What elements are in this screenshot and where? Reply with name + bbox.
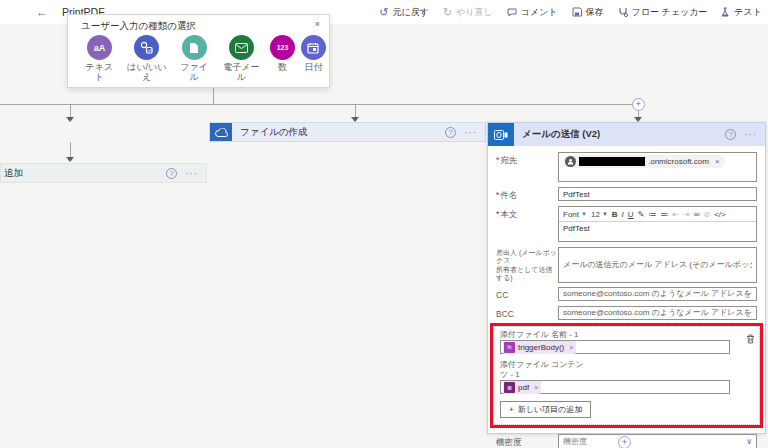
action-card-left-2[interactable]: 追加 ? ··· <box>0 163 207 183</box>
back-arrow-icon[interactable]: ← <box>36 5 48 19</box>
add-new-item-button[interactable]: + 新しい項目の追加 <box>500 401 591 418</box>
delete-attachment-icon[interactable] <box>746 330 755 348</box>
comment-button[interactable]: コメント <box>507 6 558 19</box>
connector-stem-middle <box>355 104 356 117</box>
action-card-create-file[interactable]: ファイルの作成 ? ··· <box>209 122 486 142</box>
attachment-content-label: 添付ファイル コンテン ツ - 1 <box>500 360 753 379</box>
comment-icon <box>507 8 517 17</box>
sensitivity-dropdown[interactable]: 機密度 ∨ <box>558 434 757 448</box>
bullet-list-icon[interactable]: ≔ <box>648 210 656 219</box>
flow-checker-button[interactable]: フロー チェッカー <box>618 6 708 19</box>
bold-button[interactable]: B <box>612 210 618 219</box>
test-icon <box>721 7 730 17</box>
field-row-body: *本文 Font▼ 12▼ B I U ✎ ≔ ≕ ⇤ ⇥ ∞ ⊘ </> <box>496 206 757 242</box>
connector-stem-card1-card2 <box>70 142 71 157</box>
body-content[interactable]: PdfTest <box>559 222 756 241</box>
subject-label: 件名 <box>500 190 517 200</box>
close-icon[interactable]: × <box>315 19 320 29</box>
remove-recipient-icon[interactable]: × <box>715 157 720 166</box>
more-menu-icon[interactable]: ··· <box>744 129 757 140</box>
cc-input[interactable]: someone@contoso.com のようなメール アドレスをセミコロンで区… <box>558 287 757 301</box>
popup-title: ユーザー入力の種類の選択 <box>81 20 196 33</box>
option-yes-no[interactable]: はい/いいえ <box>124 35 170 83</box>
redo-button[interactable]: ↻ やり直し <box>443 6 493 19</box>
from-input[interactable]: メールの送信元のメール アドレス (そのメールボックスに対する 「メールボックス… <box>558 247 757 283</box>
attachment-name-label: 添付ファイル 名前 - 1 <box>500 330 753 340</box>
remove-token-icon[interactable]: × <box>534 384 538 391</box>
insert-step-button[interactable]: + <box>632 98 645 111</box>
onedrive-icon <box>210 123 232 141</box>
attachments-group: 添付ファイル 名前 - 1 fx triggerBody() × 添付ファイル … <box>493 326 760 426</box>
font-size-select[interactable]: 12▼ <box>591 210 608 219</box>
connector-popup-stem <box>213 86 214 104</box>
arrowhead-card2 <box>66 157 74 162</box>
to-input[interactable]: .onmicrosoft.com × <box>558 152 757 182</box>
highlight-pen-icon[interactable]: ✎ <box>638 210 645 219</box>
richtext-toolbar: Font▼ 12▼ B I U ✎ ≔ ≕ ⇤ ⇥ ∞ ⊘ </> <box>559 207 756 222</box>
subject-input[interactable]: PdfTest <box>558 187 757 201</box>
recipient-chip[interactable]: .onmicrosoft.com × <box>563 155 725 168</box>
help-icon[interactable]: ? <box>725 129 736 140</box>
card-title-partial: 追加 <box>4 167 23 180</box>
chevron-down-icon: ∨ <box>746 437 752 446</box>
unlink-icon[interactable]: ⊘ <box>703 210 710 219</box>
sensitivity-label: 機密度 <box>496 434 558 448</box>
date-icon <box>301 35 326 60</box>
field-row-from: 差出人 (メールボックス 所有者として送信する) メールの送信元のメール アドレ… <box>496 247 757 283</box>
outlook-icon <box>488 123 514 146</box>
cc-label: CC <box>496 287 558 301</box>
send-email-panel: メールの送信 (V2) ? ··· *宛先 .onmicrosoft.com ×… <box>487 122 766 434</box>
option-file[interactable]: ファイル <box>176 35 213 83</box>
more-menu-icon[interactable]: ··· <box>185 168 198 179</box>
undo-button[interactable]: ↺ 元に戻す <box>379 6 429 19</box>
help-icon[interactable]: ? <box>445 127 456 138</box>
connector-stem-left <box>70 104 71 117</box>
body-editor[interactable]: Font▼ 12▼ B I U ✎ ≔ ≕ ⇤ ⇥ ∞ ⊘ </> PdfTes… <box>558 206 757 242</box>
outdent-icon[interactable]: ⇤ <box>672 210 679 219</box>
italic-button[interactable]: I <box>622 210 624 219</box>
insert-step-below-button[interactable]: + <box>618 436 631 448</box>
attachment-content-input[interactable]: ≣ pdf × <box>500 380 730 394</box>
remove-token-icon[interactable]: × <box>569 344 573 351</box>
flow-checker-icon <box>618 7 628 17</box>
attachment-name-input[interactable]: fx triggerBody() × <box>500 340 730 354</box>
test-button[interactable]: テスト <box>721 6 762 19</box>
plus-icon: + <box>509 405 514 414</box>
file-icon <box>182 35 207 60</box>
bcc-input[interactable]: someone@contoso.com のようなメール アドレスをセミコロンで区… <box>558 306 757 320</box>
text-icon: aA <box>87 35 112 60</box>
more-menu-icon[interactable]: ··· <box>464 127 477 138</box>
arrowhead-left <box>66 117 74 122</box>
option-email[interactable]: 電子メール <box>219 35 264 83</box>
recipient-domain: .onmicrosoft.com <box>648 157 709 166</box>
body-label: 本文 <box>500 209 517 219</box>
link-icon[interactable]: ∞ <box>694 210 700 219</box>
pdf-token[interactable]: ≣ pdf × <box>503 381 541 394</box>
connector-branch-line <box>0 104 639 105</box>
panel-title: メールの送信 (V2) <box>522 128 725 141</box>
font-select[interactable]: Font▼ <box>563 210 587 219</box>
indent-icon[interactable]: ⇥ <box>683 210 690 219</box>
numbered-list-icon[interactable]: ≕ <box>660 210 668 219</box>
redacted-email-name <box>579 157 645 166</box>
code-view-icon[interactable]: </> <box>714 210 726 219</box>
underline-button[interactable]: U <box>628 210 634 219</box>
toolbar: ↺ 元に戻す ↻ やり直し コメント 保存 フロー チェッカー テスト <box>379 0 762 24</box>
attachments-highlight-box: 添付ファイル 名前 - 1 fx triggerBody() × 添付ファイル … <box>490 323 763 429</box>
redo-icon: ↻ <box>443 7 452 18</box>
option-text[interactable]: aA テキスト <box>81 35 118 83</box>
expression-fx-icon: fx <box>504 342 515 353</box>
card-title: ファイルの作成 <box>240 126 308 139</box>
save-button[interactable]: 保存 <box>572 6 604 19</box>
trigger-body-token[interactable]: fx triggerBody() × <box>503 341 576 354</box>
option-number[interactable]: 123 数 <box>270 35 295 83</box>
option-date[interactable]: 日付 <box>301 35 326 83</box>
undo-icon: ↺ <box>379 7 388 18</box>
field-row-cc: CC someone@contoso.com のようなメール アドレスをセミコロ… <box>496 287 757 301</box>
avatar <box>565 156 576 167</box>
send-email-header[interactable]: メールの送信 (V2) ? ··· <box>488 123 765 146</box>
help-icon[interactable]: ? <box>166 168 177 179</box>
field-row-bcc: BCC someone@contoso.com のようなメール アドレスをセミコ… <box>496 306 757 320</box>
field-row-subject: *件名 PdfTest <box>496 187 757 201</box>
bcc-label: BCC <box>496 306 558 320</box>
